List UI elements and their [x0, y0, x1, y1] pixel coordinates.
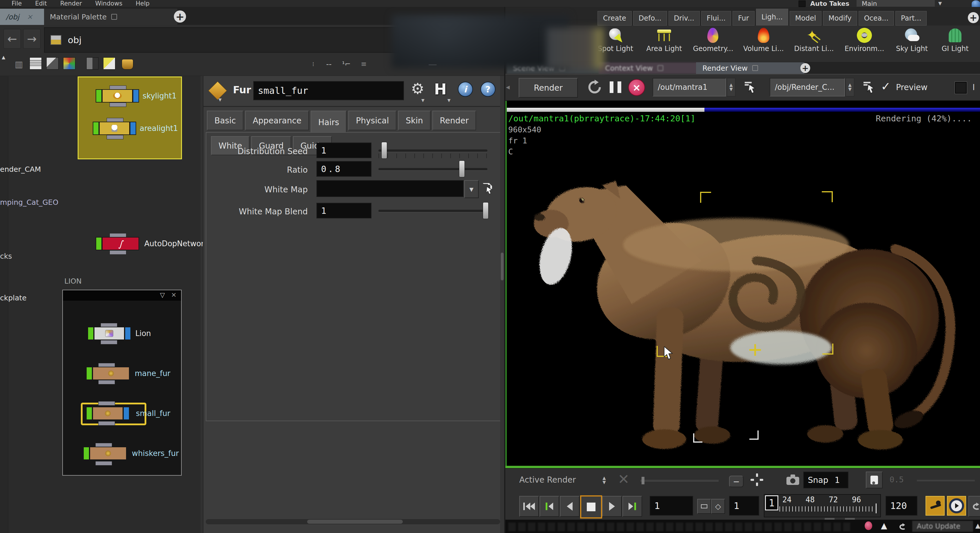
jump-start-button[interactable]	[519, 496, 539, 517]
distribution-seed-handle[interactable]	[381, 142, 387, 159]
next-key-button[interactable]	[622, 496, 642, 517]
render-button[interactable]: Render	[519, 78, 578, 98]
tab-render[interactable]: Render	[432, 111, 476, 130]
tool-area-light[interactable]: Area Light	[641, 27, 687, 53]
realtime-toggle-button[interactable]	[947, 496, 966, 515]
shelf-tab-fur[interactable]: Fur	[733, 11, 754, 25]
shelf-tab-deform[interactable]: Defo...	[633, 11, 667, 25]
node-body[interactable]	[94, 327, 125, 340]
pin-network-icon[interactable]	[122, 59, 133, 70]
tab-context-view[interactable]: Context View	[599, 62, 707, 74]
shelf-tab-create[interactable]: Create	[598, 11, 632, 25]
whiskers-output-connector[interactable]	[95, 461, 112, 466]
stop-playback-button[interactable]	[580, 495, 602, 519]
new-viewer-tab-button[interactable]: +	[800, 63, 810, 73]
tab-obj-close-icon[interactable]: ×	[27, 13, 33, 21]
help-icon[interactable]: ?	[480, 82, 495, 97]
white-map-file-chooser-icon[interactable]	[480, 181, 495, 196]
pin-icon[interactable]	[657, 65, 663, 71]
scroll-left-icon[interactable]: ◂	[506, 83, 510, 91]
param-scrollbar-handle[interactable]	[501, 253, 504, 280]
node-skylight1[interactable]	[95, 89, 139, 103]
badge-icon[interactable]: ▥	[12, 57, 25, 71]
record-dot-icon[interactable]	[865, 522, 872, 530]
node-mane-fur[interactable]	[86, 367, 129, 380]
white-map-field[interactable]	[317, 180, 464, 197]
distribution-seed-field[interactable]: 1	[317, 143, 371, 158]
tab-hairs[interactable]: Hairs	[311, 111, 347, 133]
snapshot-view-button[interactable]	[866, 472, 883, 488]
pin-icon[interactable]	[111, 14, 117, 20]
tab-skin[interactable]: Skin	[398, 111, 431, 130]
param-scrollbar[interactable]	[500, 76, 504, 533]
gear-icon[interactable]: ⚙	[411, 80, 425, 97]
stop-render-button[interactable]: ×	[628, 79, 645, 96]
back-button[interactable]: ←	[3, 29, 21, 49]
arrow-up-icon[interactable]: ▲	[881, 521, 887, 530]
node-body[interactable]	[102, 89, 133, 103]
white-map-dropdown-button[interactable]: ▼	[464, 180, 479, 198]
snapshot-camera-icon[interactable]	[786, 473, 800, 486]
toolbar-checkbox[interactable]	[955, 82, 967, 94]
shelf-tab-model[interactable]: Model	[790, 11, 821, 25]
compare-icon[interactable]: ✕	[618, 471, 629, 487]
bottom-scrollbar[interactable]	[206, 519, 500, 524]
houdini-logo-icon[interactable]: H	[434, 81, 447, 98]
camera-spinner[interactable]: ▲▼	[846, 78, 854, 97]
render-flag[interactable]	[130, 122, 136, 135]
network-display-icon[interactable]	[46, 57, 59, 70]
camera-pick-icon[interactable]	[862, 80, 876, 94]
menu-edit[interactable]: Edit	[35, 0, 47, 7]
prev-key-button[interactable]	[539, 496, 559, 517]
display-flag[interactable]	[95, 237, 102, 250]
network-editor[interactable]: ▲ skylight1 arealight1 ender_CAM mping_C…	[0, 76, 200, 533]
ratio-handle[interactable]	[459, 161, 465, 177]
tool-sky-light[interactable]: Sky Light	[890, 27, 934, 53]
node-lion[interactable]	[88, 327, 131, 340]
node-body[interactable]	[92, 367, 129, 380]
render-viewport[interactable]: /out/mantra1(pbrraytrace)-17:44:20[1] 96…	[505, 101, 980, 468]
netbox-close-icon[interactable]: ✕	[171, 291, 177, 299]
shelf-tab-lights[interactable]: Ligh...	[756, 9, 788, 25]
path-field[interactable]: obj	[44, 27, 420, 53]
display-flag[interactable]	[86, 407, 92, 420]
gear-dropdown-icon[interactable]: ▼	[421, 98, 425, 103]
lion-netbox[interactable]: ▽ ✕ Lion mane_fu	[62, 290, 182, 476]
auto-update-select[interactable]: Auto Update	[912, 521, 973, 532]
color-palette-icon[interactable]	[63, 57, 75, 70]
tab-render-view[interactable]: Render View	[696, 62, 804, 74]
display-flag[interactable]	[86, 367, 92, 380]
display-flag[interactable]	[88, 327, 94, 340]
render-flag[interactable]	[123, 407, 129, 420]
preview-check-icon[interactable]: ✓	[881, 80, 891, 93]
bottom-scrollbar-handle[interactable]	[307, 520, 403, 524]
node-body[interactable]: ∫	[102, 237, 139, 250]
distribution-seed-slider[interactable]	[379, 150, 487, 152]
shelf-add-button[interactable]: +	[968, 12, 979, 23]
node-autodopnetwork[interactable]: ∫	[95, 237, 139, 250]
lion-output-connector[interactable]	[100, 340, 117, 344]
playback-start-field[interactable]: 1	[729, 496, 759, 515]
shelf-tab-drive[interactable]: Driv...	[668, 11, 700, 25]
render-flag[interactable]	[133, 89, 139, 103]
menu-windows[interactable]: Windows	[95, 0, 123, 7]
current-frame-cell[interactable]: 1	[765, 495, 778, 511]
zoom-reset-button[interactable]	[751, 473, 763, 486]
arealight-output-connector[interactable]	[107, 135, 123, 139]
node-body[interactable]	[89, 447, 127, 460]
white-map-blend-handle[interactable]	[483, 202, 488, 219]
shelf-tab-modify[interactable]: Modify	[823, 11, 857, 25]
take-select[interactable]: Main	[857, 0, 935, 7]
camera-selector[interactable]: /obj/Render_C...	[770, 78, 845, 97]
shelf-tab-fluids[interactable]: Flui...	[701, 11, 731, 25]
small-input-connector[interactable]	[98, 401, 115, 406]
range-end-field[interactable]: 120	[886, 496, 917, 515]
pin-icon[interactable]	[752, 65, 758, 71]
loop-mode-button[interactable]	[969, 496, 980, 517]
keyframe-options-button[interactable]	[926, 496, 945, 515]
houdini-dropdown-icon[interactable]: ▼	[447, 98, 450, 103]
tool-environment-light[interactable]: Environm...	[840, 27, 889, 53]
status-up-icon[interactable]: ▲	[975, 522, 980, 529]
play-forward-button[interactable]	[602, 496, 622, 517]
ratio-slider[interactable]	[379, 168, 487, 170]
